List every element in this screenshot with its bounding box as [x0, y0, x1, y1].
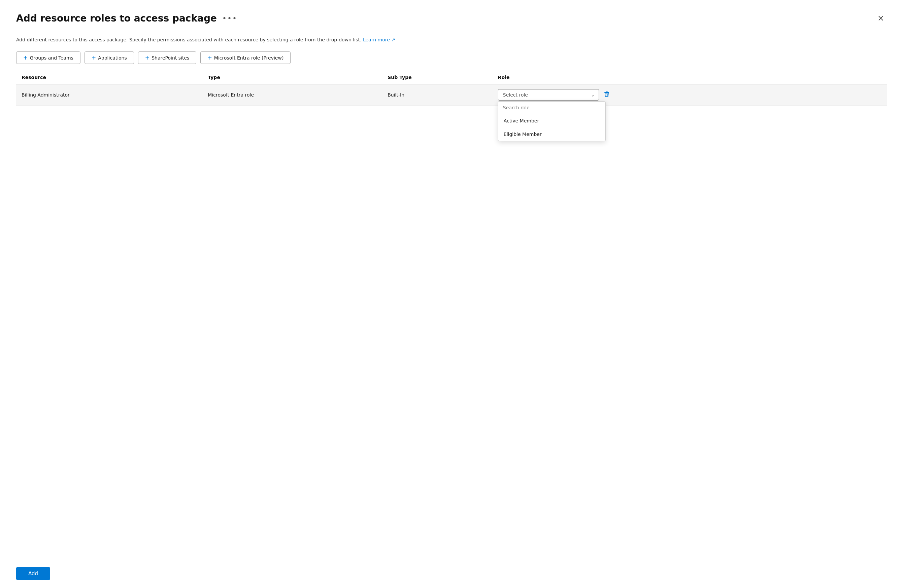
plus-icon: +: [145, 55, 149, 61]
dialog: Add resource roles to access package •••…: [0, 0, 903, 588]
dialog-title-area: Add resource roles to access package •••: [16, 13, 238, 24]
role-dropdown-container: Select role ⌄ Active Member: [498, 89, 599, 100]
more-options-icon[interactable]: •••: [222, 14, 238, 22]
close-icon: ×: [878, 13, 884, 23]
cell-subtype: Built-In: [382, 85, 492, 106]
delete-row-button[interactable]: [602, 89, 612, 100]
resource-roles-table: Resource Type Sub Type Role Bill: [16, 71, 887, 106]
cell-role: Select role ⌄ Active Member: [492, 85, 887, 106]
plus-icon: +: [91, 55, 96, 61]
svg-rect-0: [606, 91, 608, 92]
table-header-row: Resource Type Sub Type Role: [16, 71, 887, 85]
search-role-input[interactable]: [498, 102, 606, 114]
table-area: Resource Type Sub Type Role Bill: [0, 71, 903, 588]
dialog-description: Add different resources to this access p…: [0, 31, 903, 52]
groups-teams-button[interactable]: + Groups and Teams: [16, 52, 80, 64]
trash-icon: [604, 91, 610, 99]
table-row: Billing Administrator Microsoft Entra ro…: [16, 85, 887, 106]
col-resource: Resource: [16, 71, 202, 85]
description-text: Add different resources to this access p…: [16, 37, 361, 42]
external-link-icon: ↗: [391, 37, 395, 42]
select-role-button[interactable]: Select role: [498, 89, 599, 100]
option-active-member[interactable]: Active Member: [498, 114, 606, 127]
applications-label: Applications: [98, 55, 127, 61]
learn-more-link[interactable]: Learn more ↗: [363, 37, 395, 42]
entra-role-button[interactable]: + Microsoft Entra role (Preview): [200, 52, 291, 64]
entra-role-label: Microsoft Entra role (Preview): [214, 55, 284, 61]
plus-icon: +: [23, 55, 28, 61]
dialog-header: Add resource roles to access package •••…: [0, 0, 903, 31]
dialog-footer: Add: [0, 559, 903, 588]
dialog-title: Add resource roles to access package: [16, 13, 217, 24]
cell-type: Microsoft Entra role: [202, 85, 382, 106]
role-cell: Select role ⌄ Active Member: [498, 89, 881, 100]
sharepoint-sites-label: SharePoint sites: [151, 55, 189, 61]
plus-icon: +: [208, 55, 212, 61]
role-dropdown-panel: Active Member Eligible Member: [498, 101, 606, 141]
add-button[interactable]: Add: [16, 567, 50, 580]
close-button[interactable]: ×: [875, 12, 887, 24]
toolbar: + Groups and Teams + Applications + Shar…: [0, 52, 903, 71]
svg-rect-1: [604, 92, 609, 93]
sharepoint-sites-button[interactable]: + SharePoint sites: [138, 52, 197, 64]
option-eligible-member[interactable]: Eligible Member: [498, 127, 606, 141]
groups-teams-label: Groups and Teams: [30, 55, 73, 61]
cell-resource: Billing Administrator: [16, 85, 202, 106]
select-role-label: Select role: [503, 92, 528, 97]
learn-more-label: Learn more: [363, 37, 390, 42]
applications-button[interactable]: + Applications: [85, 52, 134, 64]
col-role: Role: [492, 71, 887, 85]
col-type: Type: [202, 71, 382, 85]
col-subtype: Sub Type: [382, 71, 492, 85]
